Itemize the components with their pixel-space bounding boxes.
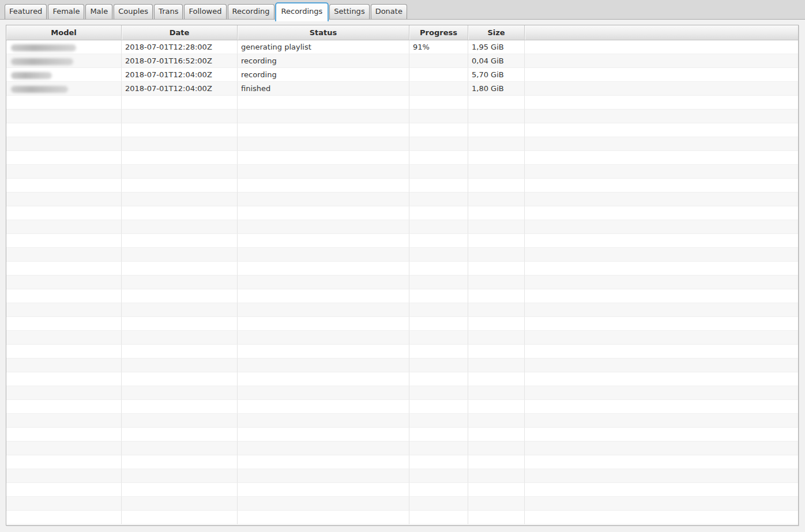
cell-status <box>238 442 409 455</box>
cell-extra <box>525 317 798 331</box>
cell-date <box>122 262 238 276</box>
tab-recording[interactable]: Recording <box>228 4 274 19</box>
cell-size <box>468 193 525 206</box>
cell-size <box>468 123 525 137</box>
cell-status <box>238 359 409 372</box>
column-header-model[interactable]: Model <box>6 25 122 40</box>
cell-date: 2018-07-01T16:52:00Z <box>122 54 238 68</box>
cell-progress <box>409 345 468 359</box>
cell-extra <box>525 206 798 220</box>
cell-status <box>238 497 409 511</box>
cell-extra <box>525 303 798 317</box>
cell-date <box>122 110 238 123</box>
cell-status <box>238 455 409 469</box>
cell-extra <box>525 248 798 262</box>
cell-progress <box>409 276 468 289</box>
tab-bar: FeaturedFemaleMaleCouplesTransFollowedRe… <box>0 0 805 20</box>
cell-extra <box>525 359 798 372</box>
cell-status <box>238 110 409 123</box>
table-row-empty <box>6 331 798 345</box>
cell-date <box>122 123 238 137</box>
tab-couples[interactable]: Couples <box>114 4 153 19</box>
column-header-extra[interactable] <box>525 25 798 40</box>
cell-date <box>122 386 238 400</box>
cell-model <box>6 469 122 483</box>
cell-extra <box>525 400 798 414</box>
table-row-empty <box>6 303 798 317</box>
cell-extra <box>525 483 798 497</box>
table-row[interactable]: 2018-07-01T16:52:00Zrecording0,04 GiB <box>6 54 798 68</box>
cell-model <box>6 414 122 428</box>
cell-date <box>122 400 238 414</box>
cell-model <box>6 317 122 331</box>
table-header-row: ModelDateStatusProgressSize <box>6 25 798 40</box>
column-header-date[interactable]: Date <box>122 25 238 40</box>
table-body: 2018-07-01T12:28:00Zgenerating playlist9… <box>6 40 798 525</box>
cell-extra <box>525 137 798 151</box>
cell-extra <box>525 234 798 248</box>
cell-size <box>468 96 525 110</box>
tab-followed[interactable]: Followed <box>184 4 226 19</box>
cell-progress <box>409 455 468 469</box>
cell-status <box>238 469 409 483</box>
cell-progress <box>409 96 468 110</box>
tab-male[interactable]: Male <box>85 4 112 19</box>
cell-extra <box>525 179 798 193</box>
cell-progress <box>409 54 468 68</box>
cell-status <box>238 428 409 442</box>
tab-settings[interactable]: Settings <box>329 4 369 19</box>
cell-progress <box>409 220 468 234</box>
table-row[interactable]: 2018-07-01T12:04:00Zrecording5,70 GiB <box>6 68 798 82</box>
tab-featured[interactable]: Featured <box>5 4 47 19</box>
cell-extra <box>525 82 798 96</box>
cell-model <box>6 68 122 82</box>
cell-status <box>238 400 409 414</box>
cell-model <box>6 40 122 54</box>
table-row[interactable]: 2018-07-01T12:04:00Zfinished1,80 GiB <box>6 82 798 96</box>
cell-date: 2018-07-01T12:28:00Z <box>122 40 238 54</box>
cell-progress <box>409 469 468 483</box>
cell-status <box>238 345 409 359</box>
redacted-model-name <box>11 72 52 79</box>
cell-date <box>122 414 238 428</box>
cell-status <box>238 179 409 193</box>
cell-size <box>468 151 525 165</box>
cell-date <box>122 372 238 386</box>
cell-extra <box>525 511 798 525</box>
table-row-empty <box>6 359 798 372</box>
table-row[interactable]: 2018-07-01T12:28:00Zgenerating playlist9… <box>6 40 798 54</box>
cell-model <box>6 428 122 442</box>
table-row-empty <box>6 193 798 206</box>
cell-model <box>6 289 122 303</box>
cell-size <box>468 137 525 151</box>
table-row-empty <box>6 96 798 110</box>
cell-model <box>6 497 122 511</box>
cell-size <box>468 303 525 317</box>
column-header-size[interactable]: Size <box>468 25 525 40</box>
cell-status <box>238 414 409 428</box>
cell-extra <box>525 193 798 206</box>
cell-model <box>6 359 122 372</box>
cell-date <box>122 497 238 511</box>
table-row-empty <box>6 220 798 234</box>
column-header-progress[interactable]: Progress <box>409 25 468 40</box>
cell-model <box>6 96 122 110</box>
tab-trans[interactable]: Trans <box>154 4 183 19</box>
table-row-empty <box>6 123 798 137</box>
cell-extra <box>525 165 798 179</box>
tab-donate[interactable]: Donate <box>371 4 407 19</box>
cell-progress <box>409 262 468 276</box>
tab-recordings[interactable]: Recordings <box>275 2 329 21</box>
cell-date <box>122 455 238 469</box>
table-row-empty <box>6 110 798 123</box>
tab-female[interactable]: Female <box>48 4 84 19</box>
column-header-status[interactable]: Status <box>238 25 409 40</box>
cell-date <box>122 96 238 110</box>
cell-progress <box>409 400 468 414</box>
cell-status <box>238 220 409 234</box>
cell-extra <box>525 276 798 289</box>
cell-extra <box>525 54 798 68</box>
cell-progress <box>409 414 468 428</box>
cell-size <box>468 372 525 386</box>
cell-size <box>468 179 525 193</box>
